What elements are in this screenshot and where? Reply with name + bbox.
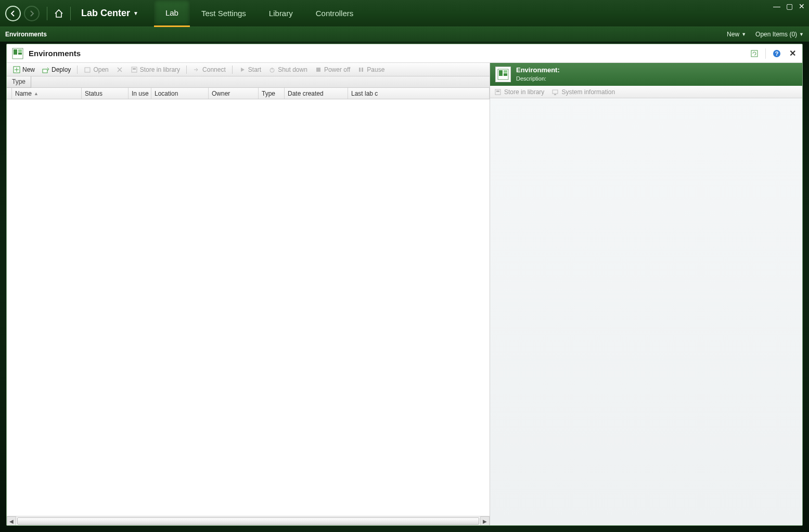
group-by-type[interactable]: Type [7, 76, 31, 88]
store-label: Store in library [140, 66, 180, 73]
open-button: Open [81, 65, 111, 74]
ribbon: Lab Center ▼ Lab Test Settings Library C… [0, 0, 809, 27]
close-window-button[interactable]: ✕ [798, 2, 806, 10]
separator [232, 66, 233, 74]
svg-rect-4 [751, 50, 757, 57]
open-items-menu[interactable]: Open Items (0)▼ [755, 31, 804, 38]
app-title-dropdown[interactable]: ▼ [133, 10, 138, 16]
connect-icon [193, 66, 200, 73]
main-tabs: Lab Test Settings Library Controllers [154, 0, 365, 27]
stop-icon [315, 66, 322, 73]
forward-button[interactable] [24, 6, 40, 21]
separator [77, 66, 78, 74]
horizontal-scrollbar[interactable]: ◀ ▶ [7, 516, 490, 525]
scroll-left-button[interactable]: ◀ [7, 516, 16, 525]
deploy-icon [42, 66, 49, 73]
col-last-lab[interactable]: Last lab c [348, 88, 490, 99]
details-toolbar: Store in library System information [490, 86, 802, 98]
new-icon [13, 66, 20, 73]
app-title: Lab Center [81, 8, 130, 19]
left-pane: New Deploy Open Store in library [7, 63, 490, 525]
svg-rect-2 [18, 49, 22, 52]
pause-label: Pause [367, 66, 384, 73]
new-menu[interactable]: New▼ [727, 31, 746, 38]
environments-icon [12, 48, 23, 59]
new-label: New [22, 66, 35, 73]
store-button: Store in library [127, 65, 183, 74]
separator [70, 7, 71, 20]
svg-rect-17 [499, 70, 503, 76]
col-in-use[interactable]: In use [129, 88, 151, 99]
svg-rect-21 [496, 90, 499, 92]
body-split: New Deploy Open Store in library [7, 63, 802, 525]
connect-label: Connect [202, 66, 226, 73]
start-button: Start [236, 65, 264, 74]
delete-icon [116, 66, 123, 73]
svg-rect-18 [504, 70, 507, 73]
play-icon [239, 66, 246, 73]
subtab-environments[interactable]: Environments [5, 31, 47, 38]
sort-asc-icon: ▲ [34, 91, 38, 96]
close-page-button[interactable]: ✕ [788, 49, 797, 58]
chevron-down-icon: ▼ [741, 32, 746, 37]
col-type[interactable]: Type [259, 88, 285, 99]
tab-library[interactable]: Library [258, 0, 304, 27]
grid-body[interactable] [7, 99, 490, 516]
help-icon[interactable]: ? [772, 49, 781, 58]
deploy-label: Deploy [52, 66, 71, 73]
details-store-button: Store in library [494, 88, 544, 96]
home-button[interactable] [52, 6, 66, 21]
poweroff-label: Power off [324, 66, 350, 73]
col-name[interactable]: Name▲ [12, 88, 82, 99]
details-store-label: Store in library [504, 88, 544, 96]
window-controls: — ▢ ✕ [773, 2, 806, 10]
details-sysinfo-button: System information [551, 88, 615, 96]
separator [186, 66, 187, 74]
svg-rect-13 [316, 68, 320, 72]
separator [47, 7, 47, 20]
delete-button [113, 65, 126, 74]
open-icon [84, 66, 91, 73]
svg-text:?: ? [775, 50, 779, 57]
details-header: Environment: Description: [490, 63, 802, 86]
pause-icon [357, 66, 365, 73]
col-name-label: Name [15, 90, 32, 97]
page-header: Environments ? ✕ [7, 44, 802, 63]
details-sysinfo-label: System information [561, 88, 615, 96]
col-date-created[interactable]: Date created [285, 88, 348, 99]
shutdown-button: Shut down [265, 65, 311, 74]
poweroff-button: Power off [312, 65, 353, 74]
svg-rect-3 [18, 53, 22, 55]
minimize-button[interactable]: — [773, 2, 781, 10]
col-status[interactable]: Status [82, 88, 129, 99]
tab-controllers[interactable]: Controllers [304, 0, 365, 27]
svg-rect-1 [14, 49, 17, 55]
power-icon [268, 66, 276, 73]
group-row: Type [7, 76, 490, 88]
maximize-button[interactable]: ▢ [785, 2, 793, 10]
column-headers: Name▲ Status In use Location Owner Type … [7, 88, 490, 99]
col-owner[interactable]: Owner [209, 88, 259, 99]
svg-rect-23 [554, 94, 556, 95]
pause-button: Pause [354, 65, 388, 74]
scroll-thumb[interactable] [17, 517, 479, 525]
tab-test-settings[interactable]: Test Settings [190, 0, 258, 27]
refresh-icon[interactable] [750, 49, 759, 58]
row-grip [7, 88, 12, 99]
svg-rect-14 [359, 68, 361, 72]
scroll-right-button[interactable]: ▶ [480, 516, 490, 525]
connect-button: Connect [190, 65, 229, 74]
col-location[interactable]: Location [151, 88, 209, 99]
back-button[interactable] [5, 6, 21, 21]
start-label: Start [248, 66, 261, 73]
details-pane: Environment: Description: Store in libra… [490, 63, 802, 525]
deploy-button[interactable]: Deploy [39, 65, 74, 74]
content-frame: Environments ? ✕ New Deploy [6, 44, 803, 526]
open-label: Open [93, 66, 108, 73]
page-title: Environments [29, 49, 81, 58]
sysinfo-icon [551, 88, 559, 96]
toolbar: New Deploy Open Store in library [7, 63, 490, 76]
tab-lab[interactable]: Lab [154, 0, 190, 27]
shutdown-label: Shut down [278, 66, 307, 73]
new-button[interactable]: New [10, 65, 38, 74]
